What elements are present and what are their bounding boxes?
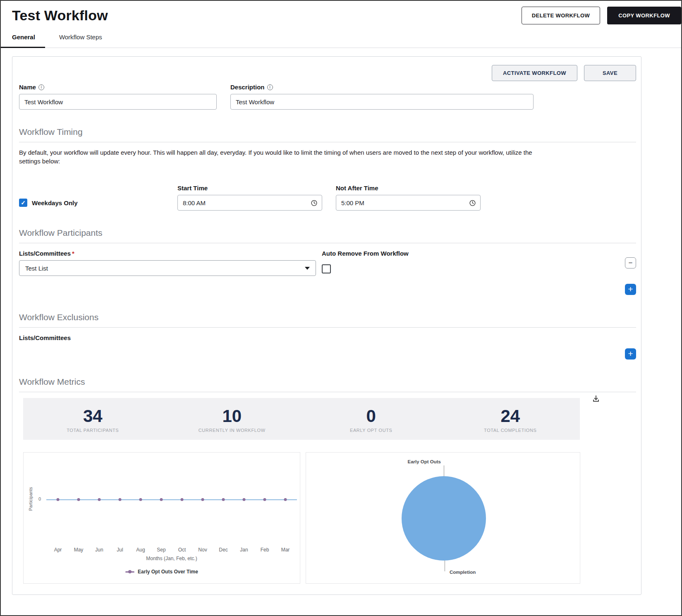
y-axis-tick: 0	[38, 496, 41, 501]
line-plot-area	[58, 453, 285, 560]
selected-list-value: Test List	[25, 265, 48, 272]
app-window: Test Workflow DELETE WORKFLOW COPY WORKF…	[0, 0, 682, 616]
add-participant-list-button[interactable]	[625, 284, 636, 295]
weekdays-only-checkbox[interactable]	[19, 199, 27, 207]
pie-slice-completion	[402, 476, 486, 561]
tab-bar: General Workflow Steps	[1, 25, 681, 48]
auto-remove-label: Auto Remove From Workflow	[322, 250, 409, 257]
line-data-point	[98, 498, 101, 501]
tab-workflow-steps[interactable]: Workflow Steps	[59, 25, 102, 48]
workflow-timing-heading: Workflow Timing	[19, 127, 636, 142]
workflow-participants-heading: Workflow Participants	[19, 228, 636, 243]
charts-row: Participants 0 AprMayJunJulAugSepOctNovD…	[23, 452, 636, 584]
x-axis-tick: Oct	[178, 547, 186, 553]
metrics-stats-bar: 34 TOTAL PARTICIPANTS 10 CURRENTLY IN WO…	[23, 398, 580, 440]
legend-item-early-opt-outs[interactable]: Early Opt Outs Over Time	[24, 569, 300, 575]
not-after-time-label: Not After Time	[336, 185, 481, 192]
tab-general[interactable]: General	[12, 25, 35, 48]
series-line	[46, 499, 297, 500]
description-field: Description	[230, 84, 534, 110]
workflow-metrics-heading: Workflow Metrics	[19, 377, 636, 392]
auto-remove-checkbox[interactable]	[322, 264, 331, 273]
page-header: Test Workflow DELETE WORKFLOW COPY WORKF…	[1, 1, 681, 25]
early-opt-outs-line-chart: Participants 0 AprMayJunJulAugSepOctNovD…	[23, 452, 300, 584]
weekdays-only-label: Weekdays Only	[32, 199, 78, 206]
metrics-section: 34 TOTAL PARTICIPANTS 10 CURRENTLY IN WO…	[19, 398, 636, 584]
x-axis-tick: Apr	[54, 547, 62, 553]
pie-label-completion: Completion	[450, 570, 476, 575]
general-panel: ACTIVATE WORKFLOW SAVE Name Description …	[12, 56, 641, 595]
timing-description: By default, your workflow will update ev…	[19, 148, 536, 165]
participants-row: Lists/Committees* Test List Auto Remove …	[19, 250, 636, 295]
start-time-label: Start Time	[177, 185, 322, 192]
line-data-point	[284, 498, 287, 501]
name-description-row: Name Description	[19, 84, 636, 110]
lists-committees-label: Lists/Committees	[19, 250, 71, 257]
workflow-exclusions-heading: Workflow Exclusions	[19, 312, 636, 328]
name-input[interactable]	[19, 94, 217, 110]
x-axis-tick: Jul	[117, 547, 123, 553]
start-time-input[interactable]	[177, 195, 322, 211]
not-after-time-input[interactable]	[336, 195, 481, 211]
line-data-point	[77, 498, 80, 501]
stat-currently-in-workflow: 10 CURRENTLY IN WORKFLOW	[163, 407, 302, 433]
auto-remove-field: Auto Remove From Workflow	[322, 250, 409, 295]
save-button[interactable]: SAVE	[584, 65, 636, 81]
activate-workflow-button[interactable]: ACTIVATE WORKFLOW	[492, 65, 577, 81]
lists-committees-select[interactable]: Test List	[19, 260, 316, 276]
timing-settings-row: Weekdays Only Start Time Not After Time	[19, 185, 636, 211]
start-time-field: Start Time	[177, 185, 322, 211]
x-axis-label: Months (Jan, Feb, etc.)	[58, 556, 285, 561]
line-data-point	[181, 498, 184, 501]
delete-workflow-button[interactable]: DELETE WORKFLOW	[522, 7, 600, 24]
clock-icon[interactable]	[311, 199, 318, 206]
line-data-point	[243, 498, 246, 501]
x-axis-tick: Sep	[157, 547, 165, 553]
series-marker-icon	[125, 571, 134, 573]
remove-participant-list-button[interactable]	[625, 257, 636, 268]
panel-actions: ACTIVATE WORKFLOW SAVE	[19, 65, 636, 81]
completion-pie-chart: Early Opt Outs Completion	[306, 452, 580, 584]
info-icon[interactable]	[38, 84, 44, 90]
x-axis-tick: Nov	[198, 547, 207, 553]
weekdays-only-option[interactable]: Weekdays Only	[19, 199, 177, 207]
line-data-point	[119, 498, 122, 501]
x-axis-tick: Jun	[95, 547, 103, 553]
description-label: Description	[230, 84, 265, 91]
x-axis-tick: Dec	[219, 547, 227, 553]
participants-row-controls	[625, 250, 636, 295]
header-actions: DELETE WORKFLOW COPY WORKFLOW	[522, 7, 681, 24]
copy-workflow-button[interactable]: COPY WORKFLOW	[607, 7, 681, 24]
stat-total-completions: 24 TOTAL COMPLETIONS	[441, 407, 580, 433]
exclusions-lists-label: Lists/Committees	[19, 334, 71, 341]
info-icon[interactable]	[267, 84, 273, 90]
x-axis-tick: Feb	[261, 547, 269, 553]
stat-total-participants: 34 TOTAL PARTICIPANTS	[23, 407, 163, 433]
x-axis-tick: Jan	[240, 547, 248, 553]
x-axis-tick: Mar	[281, 547, 290, 553]
x-axis-ticks: AprMayJunJulAugSepOctNovDecJanFebMar	[58, 547, 285, 554]
line-data-point	[201, 498, 204, 501]
lists-committees-field: Lists/Committees* Test List	[19, 250, 316, 295]
required-marker: *	[72, 250, 74, 257]
name-label: Name	[19, 84, 36, 91]
line-data-point	[57, 498, 60, 501]
legend-label: Early Opt Outs Over Time	[138, 569, 198, 575]
stat-early-opt-outs: 0 EARLY OPT OUTS	[302, 407, 441, 433]
line-data-point	[160, 498, 163, 501]
add-exclusion-list-button[interactable]	[625, 348, 636, 360]
not-after-time-field: Not After Time	[336, 185, 481, 211]
download-icon[interactable]	[592, 395, 600, 402]
line-data-point	[222, 498, 225, 501]
chevron-down-icon	[305, 267, 310, 270]
y-axis-label: Participants	[28, 480, 33, 518]
line-data-point	[139, 498, 142, 501]
clock-icon[interactable]	[469, 199, 476, 206]
line-data-point	[263, 498, 266, 501]
name-field: Name	[19, 84, 217, 110]
x-axis-tick: May	[74, 547, 84, 553]
leader-line-icon	[445, 561, 445, 571]
pie-label-early-opt-outs: Early Opt Outs	[306, 459, 441, 464]
description-input[interactable]	[230, 94, 534, 110]
x-axis-tick: Aug	[136, 547, 145, 553]
